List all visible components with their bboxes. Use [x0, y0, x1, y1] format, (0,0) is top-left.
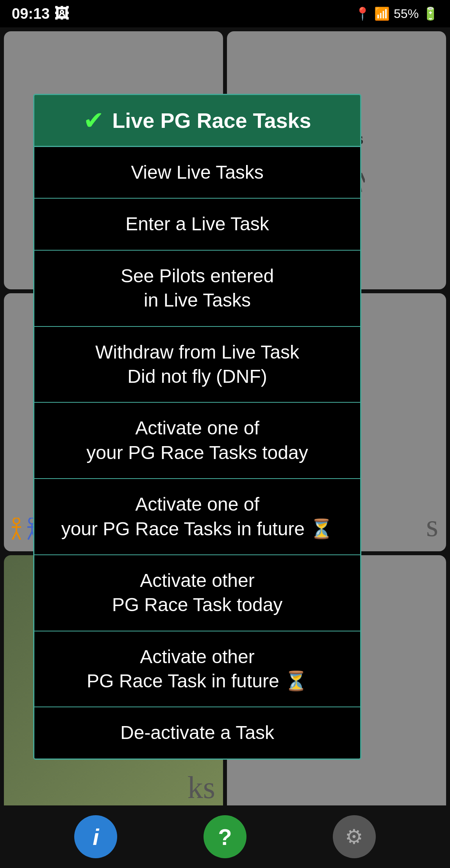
- menu-item-enter-live-task-label: Enter a Live Task: [125, 213, 269, 234]
- menu-item-activate-other-future-label: Activate otherPG Race Task in future ⏳: [87, 646, 308, 691]
- settings-button[interactable]: ⚙: [333, 815, 376, 858]
- menu-item-see-pilots-label: See Pilots enteredin Live Tasks: [121, 265, 274, 310]
- menu-item-activate-other-future[interactable]: Activate otherPG Race Task in future ⏳: [34, 631, 360, 708]
- svg-line-31: [12, 532, 16, 540]
- status-image-icon: 🖼: [54, 5, 69, 22]
- tile-ks-text: ks: [188, 770, 215, 805]
- menu-item-deactivate-label: De-activate a Task: [120, 722, 274, 743]
- menu-item-deactivate[interactable]: De-activate a Task: [34, 707, 360, 758]
- tile-a-orange-figure: [10, 518, 23, 545]
- wifi-icon: 📶: [374, 6, 390, 21]
- info-button[interactable]: i: [74, 815, 117, 858]
- menu-item-activate-other-today[interactable]: Activate otherPG Race Task today: [34, 555, 360, 631]
- battery-level: 55%: [394, 7, 419, 21]
- menu-item-activate-future-label: Activate one ofyour PG Race Tasks in fut…: [61, 494, 334, 539]
- menu-item-view-live-tasks-label: View Live Tasks: [131, 162, 264, 183]
- svg-line-36: [28, 532, 32, 540]
- bottom-bar: i ? ⚙: [0, 805, 450, 868]
- checkmark-icon: ✔: [83, 106, 104, 135]
- svg-line-25: [361, 173, 365, 182]
- menu-item-enter-live-task[interactable]: Enter a Live Task: [34, 199, 360, 250]
- menu-item-withdraw-dnf[interactable]: Withdraw from Live TaskDid not fly (DNF): [34, 327, 360, 403]
- menu-header[interactable]: ✔ Live PG Race Tasks: [34, 95, 360, 147]
- menu-item-view-live-tasks[interactable]: View Live Tasks: [34, 147, 360, 199]
- menu-overlay: ✔ Live PG Race Tasks View Live Tasks Ent…: [33, 94, 361, 760]
- status-time-area: 09:13 🖼: [12, 5, 69, 22]
- svg-point-28: [13, 518, 20, 524]
- tile-s-letter: s: [426, 508, 438, 543]
- settings-icon: ⚙: [345, 825, 363, 848]
- status-icons: 📍 📶 55% 🔋: [355, 6, 438, 21]
- menu-item-withdraw-dnf-label: Withdraw from Live TaskDid not fly (DNF): [95, 342, 299, 387]
- menu-header-text: Live PG Race Tasks: [112, 108, 311, 133]
- svg-line-32: [16, 532, 20, 540]
- menu-item-see-pilots[interactable]: See Pilots enteredin Live Tasks: [34, 251, 360, 327]
- location-icon: 📍: [355, 6, 370, 21]
- menu-item-activate-other-today-label: Activate otherPG Race Task today: [112, 570, 283, 615]
- help-icon: ?: [218, 824, 232, 850]
- help-button[interactable]: ?: [204, 815, 246, 858]
- status-time: 09:13: [12, 5, 50, 22]
- menu-item-activate-today[interactable]: Activate one ofyour PG Race Tasks today: [34, 403, 360, 479]
- info-icon: i: [93, 824, 99, 850]
- menu-item-activate-future[interactable]: Activate one ofyour PG Race Tasks in fut…: [34, 479, 360, 555]
- status-bar: 09:13 🖼 📍 📶 55% 🔋: [0, 0, 450, 27]
- menu-item-activate-today-label: Activate one ofyour PG Race Tasks today: [86, 418, 308, 463]
- battery-icon: 🔋: [423, 6, 438, 21]
